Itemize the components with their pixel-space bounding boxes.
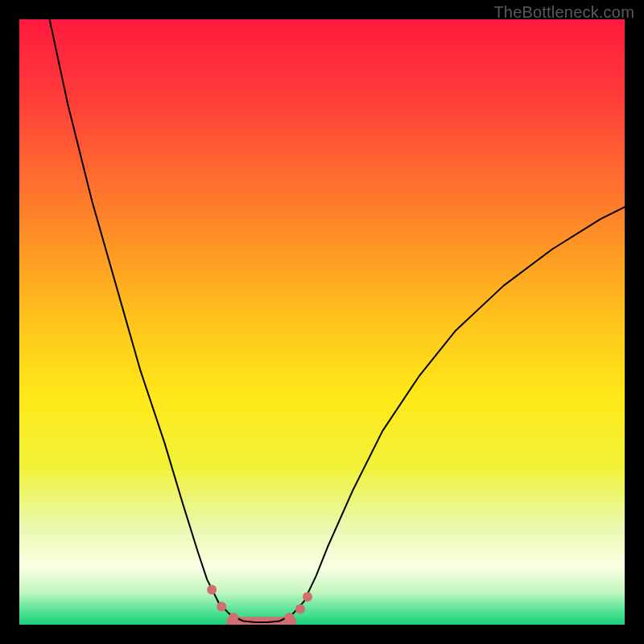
bottleneck-chart — [19, 19, 625, 625]
curve-marker — [303, 592, 312, 601]
curve-marker — [217, 601, 226, 611]
curve-marker — [295, 604, 305, 613]
chart-background — [19, 19, 625, 625]
app-frame: TheBottleneck.com — [0, 0, 644, 644]
curve-marker — [207, 584, 217, 594]
curve-marker — [229, 613, 238, 622]
chart-container — [19, 19, 625, 625]
curve-marker — [284, 613, 294, 622]
watermark-text: TheBottleneck.com — [493, 3, 634, 22]
